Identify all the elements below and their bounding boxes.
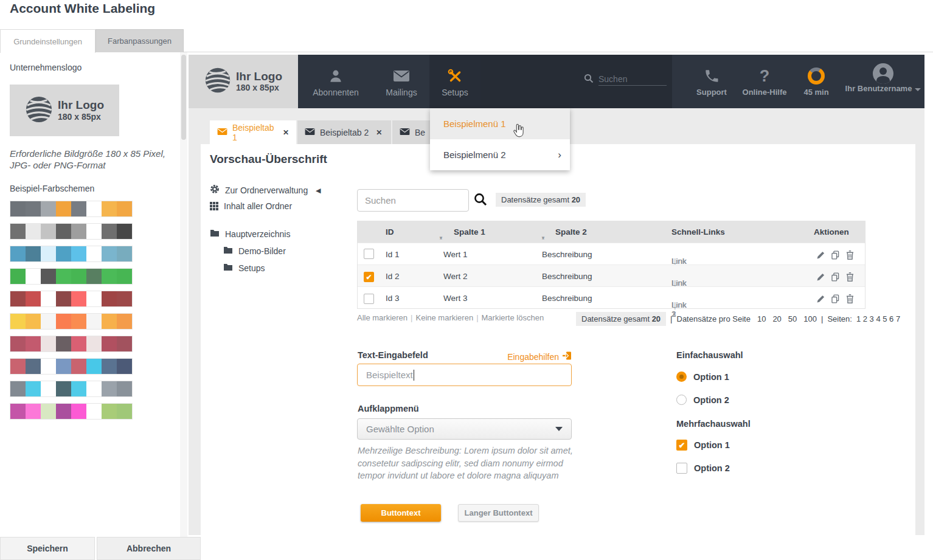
menu-item-beispielmenu-1[interactable]: Beispielmenü 1 — [430, 108, 570, 139]
copy-icon[interactable] — [830, 250, 841, 262]
color-scheme-row[interactable] — [10, 313, 133, 330]
per-page-option[interactable]: 100 — [803, 314, 817, 323]
sample-select[interactable]: Gewählte Option — [357, 418, 572, 440]
color-scheme-row[interactable] — [10, 403, 133, 420]
edit-icon[interactable] — [816, 272, 826, 284]
cancel-button[interactable]: Abbrechen — [97, 537, 201, 560]
color-swatch — [41, 269, 56, 284]
preview-tab-1[interactable]: Beispieltab 1 ✕ — [210, 120, 296, 144]
column-header-links: Schnell-Links — [671, 227, 725, 237]
search-icon[interactable] — [473, 192, 488, 209]
tree-item-setups[interactable]: Setups — [223, 263, 265, 273]
preview-area: Ihr Logo 180 x 85px Abonnenten Mailings — [189, 55, 924, 535]
per-page-option[interactable]: 20 — [772, 314, 781, 323]
color-swatch — [71, 314, 86, 329]
color-swatch — [86, 201, 102, 216]
copy-icon[interactable] — [830, 294, 841, 306]
per-page-label: Datensätze pro Seite — [677, 314, 751, 323]
list-search-input[interactable] — [357, 189, 469, 212]
sample-text-input[interactable]: Beispieltext — [357, 364, 572, 386]
primary-button[interactable]: Buttontext — [361, 504, 441, 522]
color-swatch — [10, 359, 26, 374]
delete-icon[interactable] — [845, 294, 855, 306]
records-total-badge: Datensätze gesamt 20 — [576, 312, 666, 326]
color-scheme-row[interactable] — [10, 268, 133, 285]
radio-option-1[interactable]: Option 1 — [676, 372, 729, 382]
secondary-button[interactable]: Langer Buttontext — [458, 504, 539, 522]
edit-icon[interactable] — [816, 250, 826, 262]
color-swatch — [86, 246, 102, 261]
color-swatch — [41, 201, 56, 216]
close-icon[interactable]: ✕ — [376, 128, 382, 137]
scrollbar-thumb[interactable] — [181, 55, 186, 140]
color-swatch — [56, 224, 71, 239]
tree-item-hauptverzeichnis[interactable]: Hauptverzeichnis — [210, 229, 290, 239]
select-none-link[interactable]: Keine markieren — [415, 313, 473, 322]
delete-icon[interactable] — [845, 250, 855, 262]
tree-item-demo-bilder[interactable]: Demo-Bilder — [223, 246, 286, 256]
collapse-tree-icon[interactable]: ◀ — [316, 187, 321, 195]
nav-item-abonnenten[interactable]: Abonnenten — [307, 55, 365, 108]
color-scheme-row[interactable] — [10, 201, 133, 217]
select-all-link[interactable]: Alle markieren — [357, 313, 408, 322]
color-swatch — [26, 314, 41, 329]
company-logo-upload[interactable]: Ihr Logo 180 x 85px — [10, 85, 119, 136]
nav-search-input[interactable] — [598, 73, 667, 86]
input-helper-link[interactable]: Eingabehilfen — [503, 351, 572, 362]
color-swatch — [26, 359, 41, 374]
color-scheme-row[interactable] — [10, 336, 133, 352]
nav-item-mailings[interactable]: Mailings — [372, 55, 431, 108]
close-icon[interactable]: ✕ — [283, 128, 289, 137]
nav-item-setups[interactable]: Setups — [429, 55, 480, 108]
menu-item-beispielmenu-2[interactable]: Beispielmenü 2 › — [430, 139, 570, 170]
tab-grundeinstellungen[interactable]: Grundeinstellungen — [0, 29, 95, 53]
color-scheme-row[interactable] — [10, 381, 133, 397]
edit-icon[interactable] — [816, 294, 826, 306]
save-button[interactable]: Speichern — [0, 537, 95, 560]
color-swatch — [71, 224, 86, 239]
settings-tab-bar: Grundeinstellungen Farbanpassungen — [0, 29, 933, 52]
color-swatch — [71, 359, 86, 374]
color-scheme-row[interactable] — [10, 291, 133, 307]
color-swatch — [117, 269, 132, 284]
radio-option-2[interactable]: Option 2 — [676, 395, 729, 405]
color-swatch — [10, 314, 26, 329]
color-swatch — [86, 224, 102, 239]
envelope-icon — [393, 68, 410, 84]
color-swatch — [41, 381, 56, 396]
per-page-option[interactable]: 10 — [757, 314, 766, 323]
checkbox-icon — [676, 463, 687, 474]
checkbox-option-2[interactable]: Option 2 — [676, 463, 730, 474]
color-scheme-row[interactable] — [10, 358, 133, 375]
delete-selected-link[interactable]: Markierte löschen — [482, 313, 544, 322]
page-numbers[interactable]: 1 2 3 4 5 6 7 — [856, 314, 900, 323]
column-header-id: ID — [386, 227, 394, 237]
color-swatch — [56, 246, 71, 261]
color-swatch — [117, 201, 132, 216]
tree-item-ordnerverwaltung[interactable]: Zur Ordnerverwaltung — [210, 184, 308, 196]
color-swatch — [56, 314, 71, 329]
envelope-icon — [305, 128, 315, 137]
nav-item-timer[interactable]: 45 min — [783, 55, 850, 108]
tree-item-inhalt-aller-ordner[interactable]: Inhalt aller Ordner — [210, 201, 292, 211]
color-scheme-row[interactable] — [10, 246, 133, 262]
tab-farbanpassungen[interactable]: Farbanpassungen — [95, 29, 184, 52]
color-swatch — [41, 359, 56, 374]
nav-item-user[interactable]: Ihr Benutzername — [841, 55, 926, 108]
preview-tab-2[interactable]: Beispieltab 2 ✕ — [297, 120, 391, 144]
preview-logo[interactable]: Ihr Logo 180 x 85px — [189, 55, 298, 108]
color-swatch — [102, 336, 117, 351]
color-swatch — [86, 359, 102, 374]
row-checkbox[interactable] — [364, 294, 374, 304]
per-page-option[interactable]: 50 — [788, 314, 797, 323]
checkbox-option-1[interactable]: ✔ Option 1 — [676, 440, 730, 451]
color-scheme-row[interactable] — [10, 223, 133, 240]
color-swatch — [102, 404, 117, 419]
copy-icon[interactable] — [830, 272, 841, 284]
color-swatch — [117, 291, 132, 306]
delete-icon[interactable] — [845, 272, 855, 284]
column-header-spalte1: Spalte 1 — [454, 227, 485, 237]
color-swatch — [86, 314, 102, 329]
row-checkbox-checked[interactable]: ✔ — [364, 272, 374, 282]
row-checkbox[interactable] — [364, 249, 374, 259]
